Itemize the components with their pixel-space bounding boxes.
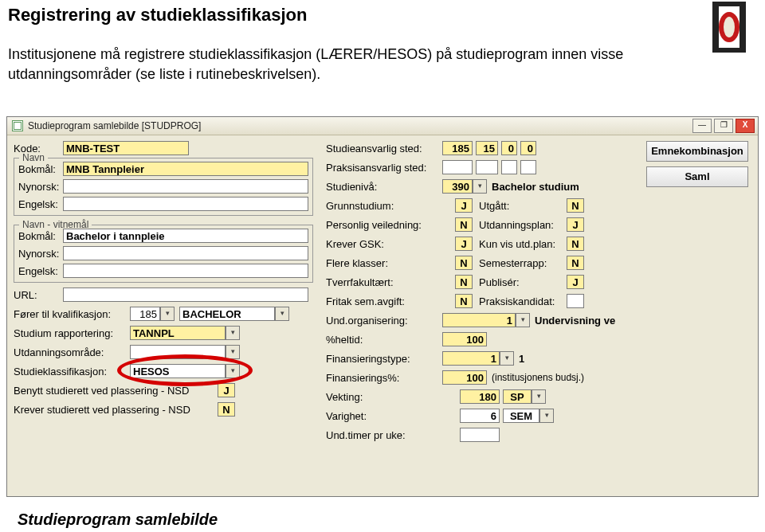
und-timer-label: Und.timer pr uke: [326,429,406,441]
fritak-label: Fritak sem.avgift: [326,295,405,307]
studieansvarlig-4[interactable]: 0 [520,141,536,155]
window-title: Studieprogram samlebilde [STUDPROG] [28,120,201,131]
kvalifikasjon-code-input[interactable]: 185 [130,307,160,321]
vekting-input[interactable]: 180 [460,389,500,404]
bokmal-label: Bokmål: [18,163,56,175]
vitnemal-nynorsk-input[interactable] [63,246,308,260]
saml-button[interactable]: Saml [646,166,748,187]
utdanningsplan-input[interactable]: J [567,217,584,232]
personlig-input[interactable]: N [455,217,473,232]
svg-rect-3 [712,48,746,53]
krever-nsd-input[interactable]: N [218,402,235,417]
studieansvarlig-1[interactable]: 185 [442,141,473,155]
vitnemal-engelsk-label: Engelsk: [18,265,58,277]
vitnemal-bokmal-label: Bokmål: [18,230,56,242]
flere-klasser-input[interactable]: N [455,256,473,270]
finanspct-label: Finansierings%: [326,372,400,384]
flere-klasser-label: Flere klasser: [326,257,388,269]
studieklassifikasjon-dropdown[interactable] [226,364,240,378]
grunnstudium-input[interactable]: J [455,198,473,213]
varighet-dropdown[interactable] [539,409,554,423]
praksisansvarlig-3[interactable] [501,160,517,174]
studieniva-input[interactable]: 390 [442,179,473,194]
vitnemal-engelsk-input[interactable] [63,264,308,278]
utgatt-label: Utgått: [479,200,509,212]
form-area: Kode: MNB-TEST Navn Bokmål: MNB Tannplei… [14,143,751,490]
utdanningsomrade-dropdown[interactable] [226,345,240,359]
studieansvarlig-3[interactable]: 0 [501,141,517,155]
utdanningsplan-label: Utdanningsplan: [479,219,554,231]
kun-vis-input[interactable]: N [567,237,584,251]
varighet-input[interactable]: 6 [460,409,500,423]
studieansvarlig-2[interactable]: 15 [476,141,498,155]
benytt-nsd-label: Benytt studierett ved plassering - NSD [14,385,189,397]
page-title: Registrering av studieklassifikasjon [8,5,307,25]
vekting-dropdown[interactable] [532,389,546,404]
grunnstudium-label: Grunnstudium: [326,200,394,212]
nynorsk-input[interactable] [63,179,308,194]
svg-rect-2 [712,2,746,6]
institution-logo [709,2,749,53]
und-org-dropdown[interactable] [516,313,530,327]
und-org-input[interactable]: 1 [442,313,516,327]
studieniva-name: Bachelor studium [492,181,579,193]
utgatt-input[interactable]: N [567,198,584,213]
footer-caption: Studieprogram samlebilde [18,510,218,529]
kvalifikasjon-name-dropdown[interactable] [275,307,289,321]
praksiskandidat-input[interactable] [567,294,584,308]
finanstype-dropdown[interactable] [500,351,514,366]
rapportering-input[interactable]: TANNPL [130,326,226,340]
utdanningsomrade-label: Utdanningsområde: [14,346,104,358]
heltid-label: %heltid: [326,334,363,346]
tverrfakultert-input[interactable]: N [455,275,473,289]
studieniva-dropdown[interactable] [473,179,487,194]
finanstype-label: Finansieringstype: [326,353,410,365]
publiser-input[interactable]: J [567,275,584,289]
finanstype-extra: 1 [519,353,524,365]
studieniva-label: Studienivå: [326,181,377,193]
benytt-nsd-input[interactable]: J [218,383,235,397]
kun-vis-label: Kun vis utd.plan: [479,238,555,250]
und-org-label: Und.organisering: [326,315,408,327]
tverrfakultert-label: Tverrfakultært: [326,276,394,288]
krever-gsk-input[interactable]: J [455,237,473,251]
maximize-button[interactable]: ❐ [714,119,733,133]
vekting-unit-input[interactable]: SP [503,389,532,404]
emnekombinasjon-button[interactable]: Emnekombinasjon [646,141,748,162]
engelsk-input[interactable] [63,197,308,211]
krever-nsd-label: Krever studierett ved plassering - NSD [14,404,190,416]
kvalifikasjon-name-input[interactable]: BACHELOR [179,307,275,321]
vekting-label: Vekting: [326,391,363,403]
svg-point-5 [724,17,735,37]
semesterrapp-label: Semesterrapp: [479,257,547,269]
close-button[interactable]: X [736,119,755,133]
kvalifikasjon-code-dropdown[interactable] [160,307,175,321]
finanspct-input[interactable]: 100 [442,370,487,385]
svg-rect-1 [740,3,746,51]
semesterrapp-input[interactable]: N [567,256,584,270]
varighet-unit-input[interactable]: SEM [503,409,539,423]
url-input[interactable] [63,288,308,302]
und-timer-input[interactable] [460,428,500,442]
studieansvarlig-label: Studieansvarlig sted: [326,143,422,155]
studprog-window: Studieprogram samlebilde [STUDPROG] — ❐ … [6,116,759,497]
heltid-input[interactable]: 100 [442,332,487,346]
svg-rect-0 [712,3,719,51]
praksisansvarlig-2[interactable] [476,160,498,174]
finanstype-input[interactable]: 1 [442,351,500,366]
praksisansvarlig-4[interactable] [520,160,536,174]
und-org-name: Undervisning ve [535,315,615,327]
studieklassifikasjon-input[interactable]: HESOS [130,364,226,378]
vitnemal-bokmal-input[interactable]: Bachelor i tannpleie [63,229,308,243]
rapportering-dropdown[interactable] [226,326,240,340]
praksisansvarlig-1[interactable] [442,160,473,174]
minimize-button[interactable]: — [692,119,712,133]
utdanningsomrade-input[interactable] [130,345,226,359]
fritak-input[interactable]: N [455,294,473,308]
bokmal-input[interactable]: MNB Tannpleier [63,162,308,176]
krever-gsk-label: Krever GSK: [326,238,384,250]
studieklassifikasjon-label: Studieklassifikasjon: [14,366,107,377]
navn-legend: Navn [19,152,48,163]
praksiskandidat-label: Praksiskandidat: [479,295,555,307]
varighet-label: Varighet: [326,410,367,422]
